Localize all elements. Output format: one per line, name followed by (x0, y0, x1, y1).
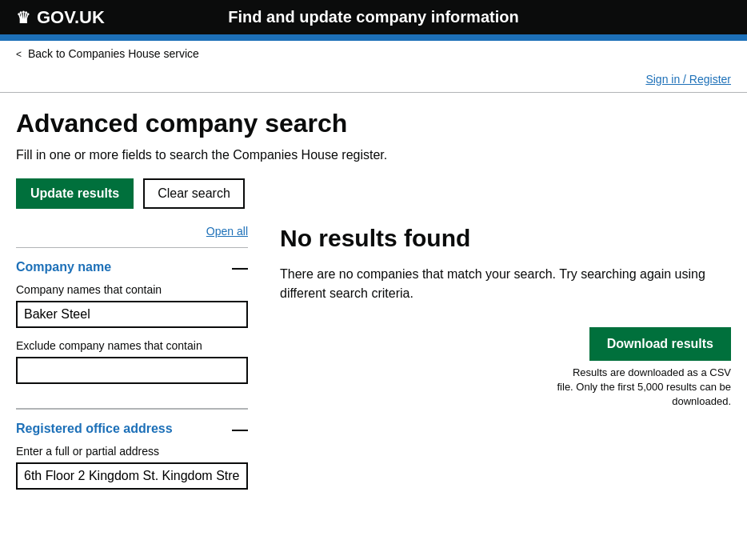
sidebar-filters: Open all Company name — Company names th… (16, 225, 248, 514)
company-name-title: Company name (16, 260, 111, 274)
back-link[interactable]: < Back to Companies House service (16, 47, 199, 60)
exclude-label: Exclude company names that contain (16, 339, 248, 352)
company-name-contains-input[interactable] (16, 301, 248, 328)
company-name-body: Company names that contain Exclude compa… (16, 283, 248, 408)
open-all-row: Open all (16, 225, 248, 238)
chevron-left-icon: < (16, 49, 22, 60)
download-results-button[interactable]: Download results (589, 327, 731, 361)
address-label: Enter a full or partial address (16, 445, 248, 458)
content-area: Open all Company name — Company names th… (16, 225, 731, 514)
company-name-header: Company name — (16, 248, 248, 283)
gov-logo: ♛ GOV.UK (16, 7, 105, 28)
results-title: No results found (280, 225, 731, 252)
blue-bar (0, 34, 747, 41)
registered-office-body: Enter a full or partial address (16, 445, 248, 514)
logo-text: GOV.UK (37, 7, 105, 28)
download-note: Results are downloaded as a CSV file. On… (555, 366, 731, 410)
company-name-exclude-input[interactable] (16, 357, 248, 384)
registered-office-toggle[interactable]: — (232, 421, 248, 437)
address-input[interactable] (16, 462, 248, 490)
clear-search-button[interactable]: Clear search (143, 178, 245, 209)
crown-icon: ♛ (16, 8, 30, 27)
company-name-toggle[interactable]: — (232, 259, 248, 275)
contains-label: Company names that contain (16, 283, 248, 296)
registered-office-header: Registered office address — (16, 410, 248, 445)
update-results-button[interactable]: Update results (16, 178, 134, 209)
back-link-bar: < Back to Companies House service (0, 41, 747, 66)
results-description: There are no companies that match your s… (280, 265, 731, 303)
main-container: Advanced company search Fill in one or m… (0, 93, 747, 530)
results-area: No results found There are no companies … (280, 225, 731, 514)
registered-office-section: Registered office address — Enter a full… (16, 409, 248, 514)
page-description: Fill in one or more fields to search the… (16, 148, 731, 162)
download-row: Download results Results are downloaded … (280, 327, 731, 410)
gov-header: ♛ GOV.UK Find and update company informa… (0, 0, 747, 34)
page-title: Advanced company search (16, 109, 731, 138)
buttons-row: Update results Clear search (16, 178, 731, 209)
company-name-section: Company name — Company names that contai… (16, 247, 248, 408)
registered-office-title: Registered office address (16, 422, 173, 436)
sign-in-row: Sign in / Register (0, 66, 747, 93)
back-link-text: Back to Companies House service (28, 47, 199, 60)
open-all-link[interactable]: Open all (206, 225, 248, 238)
site-title: Find and update company information (228, 8, 518, 26)
sign-in-link[interactable]: Sign in / Register (645, 73, 731, 86)
